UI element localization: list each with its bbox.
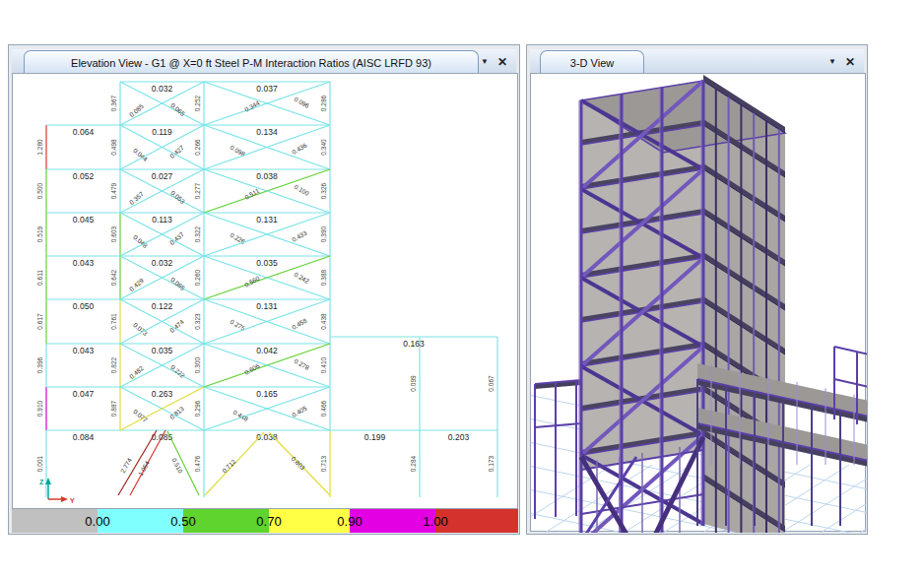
- threed-window: 3-D View ▼ ✕: [526, 44, 868, 535]
- close-icon: ✕: [845, 55, 855, 69]
- color-scale-legend: 0.00 0.50 0.70 0.90 1.00: [12, 509, 518, 533]
- svg-text:0.367: 0.367: [110, 95, 117, 111]
- svg-text:1.054: 1.054: [137, 460, 151, 478]
- svg-text:0.100: 0.100: [293, 183, 310, 197]
- svg-text:0.813: 0.813: [168, 405, 185, 420]
- svg-text:0.277: 0.277: [194, 182, 201, 199]
- svg-text:Z: Z: [39, 479, 44, 485]
- svg-text:0.047: 0.047: [73, 389, 95, 399]
- elevation-frame-drawing: 1.2800.5000.5190.6110.6170.3960.9100.001…: [13, 74, 519, 510]
- svg-text:0.038: 0.038: [256, 171, 278, 181]
- threed-close-button[interactable]: ✕: [842, 54, 858, 69]
- threed-canvas[interactable]: [530, 73, 866, 532]
- svg-text:0.519: 0.519: [36, 225, 43, 242]
- svg-text:0.242: 0.242: [293, 271, 310, 285]
- threed-titlebar: 3-D View ▼ ✕: [530, 49, 864, 74]
- svg-text:0.035: 0.035: [256, 258, 278, 268]
- svg-text:0.064: 0.064: [73, 127, 95, 137]
- svg-text:0.032: 0.032: [152, 84, 173, 94]
- legend-label-3: 0.90: [337, 514, 362, 529]
- svg-text:0.887: 0.887: [110, 400, 117, 417]
- svg-text:0.119: 0.119: [152, 127, 172, 137]
- svg-text:0.437: 0.437: [168, 230, 185, 246]
- svg-text:0.045: 0.045: [73, 215, 95, 225]
- svg-text:0.084: 0.084: [73, 432, 95, 442]
- svg-text:0.498: 0.498: [110, 139, 117, 156]
- svg-text:0.260: 0.260: [194, 269, 201, 286]
- threed-model-drawing: [531, 74, 867, 533]
- svg-text:0.433: 0.433: [291, 229, 308, 243]
- svg-text:0.163: 0.163: [403, 339, 425, 349]
- svg-text:0.761: 0.761: [110, 313, 117, 330]
- legend-label-1: 0.50: [170, 514, 195, 529]
- svg-text:0.466: 0.466: [320, 400, 327, 417]
- elevation-dropdown-button[interactable]: ▼: [477, 54, 493, 69]
- svg-text:0.203: 0.203: [448, 432, 470, 442]
- svg-text:0.611: 0.611: [36, 270, 43, 286]
- svg-text:0.427: 0.427: [168, 144, 185, 160]
- close-icon: ✕: [497, 55, 507, 69]
- svg-text:0.266: 0.266: [194, 139, 201, 156]
- svg-text:0.357: 0.357: [128, 190, 145, 206]
- svg-text:2.774: 2.774: [119, 457, 133, 475]
- elevation-close-button[interactable]: ✕: [495, 54, 510, 69]
- svg-text:0.131: 0.131: [256, 301, 278, 311]
- svg-text:0.067: 0.067: [488, 375, 495, 392]
- svg-text:0.296: 0.296: [194, 400, 201, 417]
- svg-text:0.323: 0.323: [194, 313, 201, 330]
- legend-label-0: 0.00: [85, 514, 109, 529]
- svg-text:0.027: 0.027: [152, 171, 173, 181]
- svg-text:0.099: 0.099: [410, 375, 417, 392]
- axis-triad-icon: ZY: [39, 478, 75, 504]
- svg-text:0.173: 0.173: [488, 455, 495, 472]
- svg-text:0.642: 0.642: [110, 269, 117, 286]
- svg-text:0.479: 0.479: [110, 182, 117, 199]
- svg-text:0.326: 0.326: [320, 182, 327, 199]
- threed-structure: [531, 75, 867, 533]
- svg-text:0.713: 0.713: [320, 455, 327, 472]
- svg-text:0.263: 0.263: [152, 389, 173, 399]
- svg-text:0.300: 0.300: [194, 356, 201, 373]
- svg-text:0.131: 0.131: [256, 215, 278, 225]
- svg-text:0.344: 0.344: [243, 99, 261, 113]
- svg-text:0.476: 0.476: [194, 455, 201, 472]
- chevron-down-icon: ▼: [481, 57, 489, 66]
- legend-label-2: 0.70: [256, 514, 281, 529]
- svg-text:0.617: 0.617: [36, 313, 43, 330]
- svg-text:0.001: 0.001: [36, 455, 43, 472]
- svg-text:0.043: 0.043: [73, 258, 95, 268]
- svg-text:0.388: 0.388: [320, 269, 327, 286]
- svg-text:0.603: 0.603: [110, 225, 117, 242]
- svg-text:0.032: 0.032: [152, 258, 173, 268]
- svg-text:0.712: 0.712: [221, 458, 237, 475]
- elevation-window: Elevation View - G1 @ X=0 ft Steel P-M I…: [8, 44, 520, 535]
- svg-text:0.278: 0.278: [293, 357, 310, 371]
- svg-text:0.096: 0.096: [293, 96, 310, 109]
- svg-text:0.322: 0.322: [194, 225, 201, 242]
- elevation-title-tab[interactable]: Elevation View - G1 @ X=0 ft Steel P-M I…: [24, 50, 479, 74]
- elevation-canvas[interactable]: 1.2800.5000.5190.6110.6170.3960.9100.001…: [12, 73, 518, 509]
- svg-text:0.436: 0.436: [291, 142, 308, 156]
- svg-text:0.042: 0.042: [256, 346, 278, 355]
- svg-text:0.122: 0.122: [152, 301, 173, 311]
- svg-text:0.035: 0.035: [152, 346, 173, 355]
- svg-text:0.510: 0.510: [170, 457, 184, 475]
- svg-text:0.226: 0.226: [229, 231, 246, 245]
- svg-text:0.050: 0.050: [73, 301, 95, 311]
- elevation-titlebar: Elevation View - G1 @ X=0 ft Steel P-M I…: [12, 49, 516, 74]
- svg-text:0.252: 0.252: [194, 95, 201, 111]
- svg-text:0.396: 0.396: [36, 356, 43, 373]
- svg-text:0.134: 0.134: [256, 127, 278, 137]
- threed-dropdown-button[interactable]: ▼: [825, 54, 840, 69]
- svg-text:0.500: 0.500: [36, 182, 43, 199]
- svg-text:0.511: 0.511: [243, 187, 261, 201]
- elevation-window-title: Elevation View - G1 @ X=0 ft Steel P-M I…: [71, 57, 431, 69]
- threed-title-tab[interactable]: 3-D View: [540, 50, 644, 74]
- svg-text:0.405: 0.405: [291, 405, 308, 418]
- svg-text:Y: Y: [70, 497, 75, 504]
- svg-text:0.284: 0.284: [410, 455, 417, 472]
- svg-text:0.052: 0.052: [73, 171, 95, 181]
- svg-text:0.085: 0.085: [128, 102, 145, 118]
- svg-text:0.822: 0.822: [110, 356, 117, 373]
- svg-text:0.482: 0.482: [128, 364, 145, 380]
